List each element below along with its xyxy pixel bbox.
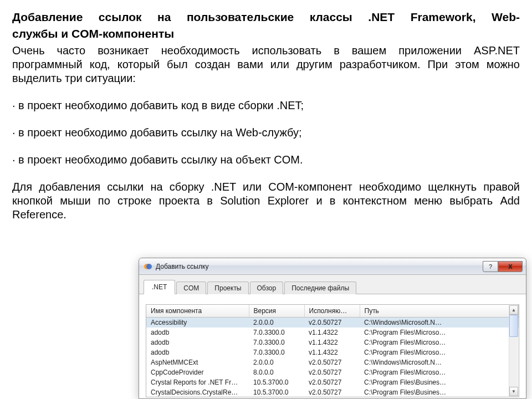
table-cell-name: CppCodeProvider <box>146 367 249 377</box>
app-icon <box>144 262 152 271</box>
help-button[interactable]: ? <box>483 261 498 272</box>
tab-browse[interactable]: Обзор <box>250 282 284 294</box>
table-row[interactable]: Accessibility2.0.0.0v2.0.50727C:\Windows… <box>146 318 519 328</box>
bullet-item: · в проект необходимо добавить код в вид… <box>12 99 520 112</box>
table-cell-ver: 2.0.0.0 <box>249 318 304 328</box>
col-header-runtime[interactable]: Исполняю… <box>304 305 360 318</box>
table-row[interactable]: adodb7.0.3300.0v1.1.4322C:\Program Files… <box>146 347 519 357</box>
table-cell-ver: 8.0.0.0 <box>249 367 304 377</box>
col-header-path[interactable]: Путь <box>360 305 519 318</box>
scroll-down-button[interactable]: ▼ <box>509 387 518 396</box>
table-header-row: Имя компонента Версия Исполняю… Путь <box>146 305 519 318</box>
tab-recent[interactable]: Последние файлы <box>284 282 356 294</box>
tab-content: Имя компонента Версия Исполняю… Путь Acc… <box>139 294 526 398</box>
heading-line2: службы и COM-компоненты <box>12 27 520 41</box>
table-cell-name: adodb <box>146 328 249 337</box>
table-cell-path: C:\Program Files\Microso… <box>360 367 519 377</box>
col-header-version[interactable]: Версия <box>249 305 304 318</box>
table-row[interactable]: AspNetMMCExt2.0.0.0v2.0.50727C:\Windows\… <box>146 357 519 367</box>
table-cell-run: v2.0.50727 <box>304 318 360 328</box>
dialog-title: Добавить ссылку <box>156 263 483 270</box>
heading-line1: Добавление ссылок на пользовательские кл… <box>12 10 520 24</box>
intro-paragraph: Очень часто возникает необходимость испо… <box>12 44 520 85</box>
table-cell-path: C:\Program Files\Busines… <box>360 387 519 397</box>
table-cell-run: v1.1.4322 <box>304 328 360 337</box>
table-cell-ver: 7.0.3300.0 <box>249 328 304 337</box>
table-cell-path: C:\Windows\Microsoft.N… <box>360 318 519 328</box>
vertical-scrollbar[interactable]: ▲ ▼ <box>509 305 518 396</box>
assembly-table-wrap: Имя компонента Версия Исполняю… Путь Acc… <box>146 304 519 397</box>
table-cell-name: adodb <box>146 347 249 357</box>
tab-projects[interactable]: Проекты <box>207 282 248 294</box>
table-row[interactable]: adodb7.0.3300.0v1.1.4322C:\Program Files… <box>146 328 519 337</box>
table-cell-name: Accessibility <box>146 318 249 328</box>
svg-point-1 <box>146 264 152 269</box>
bullet-item: · в проект необходимо добавить ссылку на… <box>12 126 520 140</box>
table-cell-name: AspNetMMCExt <box>146 357 249 367</box>
table-row[interactable]: CrystalDecisions.CrystalRe…10.5.3700.0v2… <box>146 387 519 397</box>
table-row[interactable]: CppCodeProvider8.0.0.0v2.0.50727C:\Progr… <box>146 367 519 377</box>
instruction-paragraph: Для добавления ссылки на сборку .NET или… <box>12 180 520 222</box>
table-cell-run: v1.1.4322 <box>304 347 360 357</box>
table-cell-ver: 10.5.3700.0 <box>249 387 304 397</box>
bullet-item: · в проект необходимо добавить ссылку на… <box>12 153 520 167</box>
table-cell-run: v2.0.50727 <box>304 377 360 387</box>
table-cell-run: v2.0.50727 <box>304 357 360 367</box>
table-cell-run: v2.0.50727 <box>304 367 360 377</box>
titlebar[interactable]: Добавить ссылку ? X <box>139 258 526 275</box>
table-cell-name: Crystal Reports for .NET Fr… <box>146 377 249 387</box>
table-cell-path: C:\Windows\Microsoft.N… <box>360 357 519 367</box>
table-cell-ver: 10.5.3700.0 <box>249 377 304 387</box>
table-cell-path: C:\Program Files\Microso… <box>360 337 519 347</box>
tab-com[interactable]: COM <box>176 282 206 294</box>
table-row[interactable]: Crystal Reports for .NET Fr…10.5.3700.0v… <box>146 377 519 387</box>
table-cell-run: v1.1.4322 <box>304 337 360 347</box>
col-header-name[interactable]: Имя компонента <box>146 305 249 318</box>
table-cell-run: v2.0.50727 <box>304 387 360 397</box>
table-cell-path: C:\Program Files\Microso… <box>360 328 519 337</box>
scroll-thumb[interactable] <box>509 315 518 337</box>
table-cell-name: CrystalDecisions.CrystalRe… <box>146 387 249 397</box>
table-cell-path: C:\Program Files\Microso… <box>360 347 519 357</box>
add-reference-dialog: Добавить ссылку ? X .NET COM Проекты Обз… <box>139 258 526 399</box>
table-cell-name: adodb <box>146 337 249 347</box>
tab-net[interactable]: .NET <box>144 280 175 294</box>
table-cell-ver: 2.0.0.0 <box>249 357 304 367</box>
table-cell-ver: 7.0.3300.0 <box>249 347 304 357</box>
scroll-up-button[interactable]: ▲ <box>509 305 518 315</box>
table-row[interactable]: adodb7.0.3300.0v1.1.4322C:\Program Files… <box>146 337 519 347</box>
table-cell-path: C:\Program Files\Busines… <box>360 377 519 387</box>
scroll-track[interactable] <box>509 315 518 387</box>
tab-bar: .NET COM Проекты Обзор Последние файлы <box>139 275 526 294</box>
table-cell-ver: 7.0.3300.0 <box>249 337 304 347</box>
bullet-list: · в проект необходимо добавить код в вид… <box>12 99 520 167</box>
document-text: Добавление ссылок на пользовательские кл… <box>0 0 532 222</box>
assembly-table[interactable]: Имя компонента Версия Исполняю… Путь Acc… <box>146 305 519 397</box>
close-button[interactable]: X <box>498 261 523 272</box>
